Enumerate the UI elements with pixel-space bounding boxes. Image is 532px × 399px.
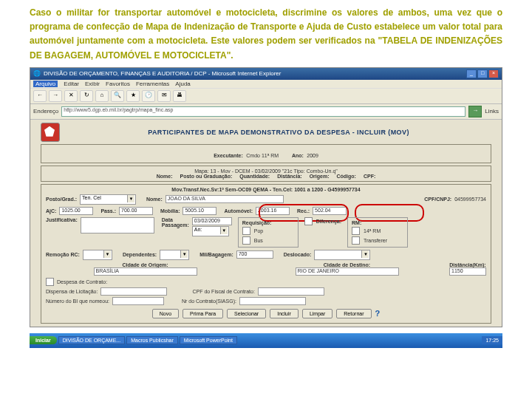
ano-value: 2009 xyxy=(307,153,318,158)
rm2-label: Transferer xyxy=(364,238,387,243)
maximize-button[interactable]: □ xyxy=(477,69,488,78)
mapa-title: Mapa: 13 - Mov - DCEM - 03/02/2009 "21c … xyxy=(46,168,486,174)
datapass-label: Data Passagem: xyxy=(162,217,189,228)
menu-favoritos[interactable]: Favoritos xyxy=(106,81,130,87)
rem-label: Remoção RC: xyxy=(46,252,80,257)
bi-label: Número do BI que nomeou: xyxy=(46,299,109,304)
executante-box: Executante: Cmdo 11ª RM Ano: 2009 xyxy=(41,144,491,163)
menu-bar: Arquivo Editar Exibir Favoritos Ferramen… xyxy=(30,80,502,88)
close-button[interactable]: × xyxy=(488,69,499,78)
cd-field[interactable]: RIO DE JANEIRO xyxy=(296,267,399,276)
page-title: PARTICIPANTES DE MAPA DEMONSTRATIVO DA D… xyxy=(66,129,491,136)
fiscal-field[interactable] xyxy=(258,287,324,296)
task-2[interactable]: Macros Publicshar xyxy=(126,336,178,344)
exec-value: Cmdo 11ª RM xyxy=(246,153,279,158)
just-label: Justificativa: xyxy=(46,217,78,222)
req-label: Requisição: xyxy=(242,220,294,225)
dc-check[interactable] xyxy=(46,278,54,286)
nome-label: Nome: xyxy=(146,197,163,202)
bi-field[interactable] xyxy=(112,297,164,305)
menu-ferramentas[interactable]: Ferramentas xyxy=(136,81,169,87)
mil-label: Mil/Bagagem: xyxy=(200,252,233,257)
pass-field[interactable]: 700.00 xyxy=(119,207,153,215)
posto-select[interactable]: Ten. Cel xyxy=(80,194,136,205)
mail-button[interactable]: ✉ xyxy=(157,90,171,102)
ajc-label: AjC: xyxy=(46,208,56,214)
search-button[interactable]: 🔍 xyxy=(111,90,124,102)
refresh-button[interactable]: ↻ xyxy=(80,90,93,102)
h-nome: Nome: xyxy=(157,174,173,179)
mob-field[interactable]: 5005.10 xyxy=(183,207,216,215)
address-input[interactable]: http://www5.dgp.eb.mil.br/pagtrp/mapa_fi… xyxy=(61,106,466,117)
rec-label: Rec.: xyxy=(297,208,310,214)
rec-field[interactable]: 502.04 xyxy=(313,207,347,215)
help-icon[interactable]: ? xyxy=(375,309,381,318)
ajc-field[interactable]: 1025.00 xyxy=(59,207,93,215)
links-label: Links xyxy=(485,108,499,115)
stop-button[interactable]: ✕ xyxy=(64,90,78,102)
task-3[interactable]: Microsoft PowerPoint xyxy=(180,336,237,344)
nome-field[interactable]: JOAO DA SILVA xyxy=(166,195,284,203)
forward-button[interactable]: → xyxy=(49,90,62,102)
novo-button[interactable]: Novo xyxy=(152,309,179,318)
menu-editar[interactable]: Editar xyxy=(64,81,79,87)
bus-check[interactable] xyxy=(242,236,250,245)
posto-label: Posto/Grad.: xyxy=(46,197,77,202)
toolbar: ← → ✕ ↻ ⌂ 🔍 ★ 🕑 ✉ 🖶 xyxy=(30,88,502,104)
taskbar: Iniciar DIVISÃO DE ORÇAME... Macros Publ… xyxy=(30,333,502,348)
an-select[interactable]: An: xyxy=(192,226,229,236)
address-label: Endereço xyxy=(33,108,58,115)
pop-label: Pop xyxy=(254,228,263,233)
dl-field[interactable] xyxy=(100,287,167,296)
desl-label: Deslocado: xyxy=(284,252,312,257)
datapass-field[interactable]: 03/02/2009 xyxy=(192,217,232,225)
rem-select[interactable] xyxy=(83,250,112,260)
co-label: Cidade de Origem: xyxy=(122,262,168,267)
nc-field[interactable] xyxy=(239,297,306,305)
rm2-check[interactable] xyxy=(352,236,360,245)
menu-exibir[interactable]: Exibir xyxy=(85,81,100,87)
instruction-text: Caso o militar for transportar automóvel… xyxy=(0,0,532,67)
dep-select[interactable] xyxy=(160,250,189,260)
form-box: Mov.Transf.Nec.Sv:1º Sem-OC09 QEMA - Ten… xyxy=(41,184,491,324)
nc-label: Nr do Contrato(SIASG): xyxy=(182,299,236,304)
dist-field[interactable]: 1150 xyxy=(449,267,486,276)
mil-field[interactable]: 700 xyxy=(236,250,273,259)
h-orig: Origem: xyxy=(310,174,330,179)
home-button[interactable]: ⌂ xyxy=(95,90,109,102)
just-field[interactable] xyxy=(81,217,154,233)
dist-label: Distância(Km): xyxy=(449,262,485,267)
dc-label: Despesa de Contrato: xyxy=(57,279,107,284)
dep-label: Dependentes: xyxy=(123,252,157,257)
dl-label: Dispensa de Licitação: xyxy=(46,289,98,294)
retornar-button[interactable]: Retornar xyxy=(336,309,371,318)
co-field[interactable]: BRASÍLIA xyxy=(94,267,197,276)
incluir-button[interactable]: Incluir xyxy=(270,309,299,318)
minimize-button[interactable]: _ xyxy=(466,69,477,78)
window-title: DIVISÃO DE ORÇAMENTO, FINANÇAS E AUDITOR… xyxy=(44,70,466,77)
selecionar-button[interactable]: Selecionar xyxy=(227,309,266,318)
favorites-button[interactable]: ★ xyxy=(126,90,140,102)
task-1[interactable]: DIVISÃO DE ORÇAME... xyxy=(58,336,126,344)
start-button[interactable]: Iniciar xyxy=(30,336,57,344)
auto-label: Automóvel: xyxy=(224,208,253,214)
menu-arquivo[interactable]: Arquivo xyxy=(33,81,58,87)
rm1-check[interactable] xyxy=(352,227,360,235)
dif-check[interactable] xyxy=(304,217,313,225)
print-button[interactable]: 🖶 xyxy=(173,90,186,102)
auto-field[interactable]: 2003.16 xyxy=(256,207,290,215)
ie-icon: 🌐 xyxy=(33,70,41,77)
back-button[interactable]: ← xyxy=(33,90,47,102)
limpar-button[interactable]: Limpar xyxy=(302,309,332,318)
menu-ajuda[interactable]: Ajuda xyxy=(175,81,190,87)
h-dist: Distância: xyxy=(277,174,301,179)
history-button[interactable]: 🕑 xyxy=(142,90,155,102)
pop-check[interactable] xyxy=(242,227,250,235)
address-bar: Endereço http://www5.dgp.eb.mil.br/pagtr… xyxy=(30,104,502,120)
fiscal-label: CPF do Fiscal de Contrato: xyxy=(192,289,254,294)
prima-button[interactable]: Prima Para xyxy=(183,309,223,318)
title-bar: 🌐 DIVISÃO DE ORÇAMENTO, FINANÇAS E AUDIT… xyxy=(30,68,502,80)
desl-select[interactable] xyxy=(314,250,370,260)
legend: Mov.Transf.Nec.Sv:1º Sem-OC09 QEMA - Ten… xyxy=(46,187,486,192)
go-button[interactable]: → xyxy=(468,106,482,117)
